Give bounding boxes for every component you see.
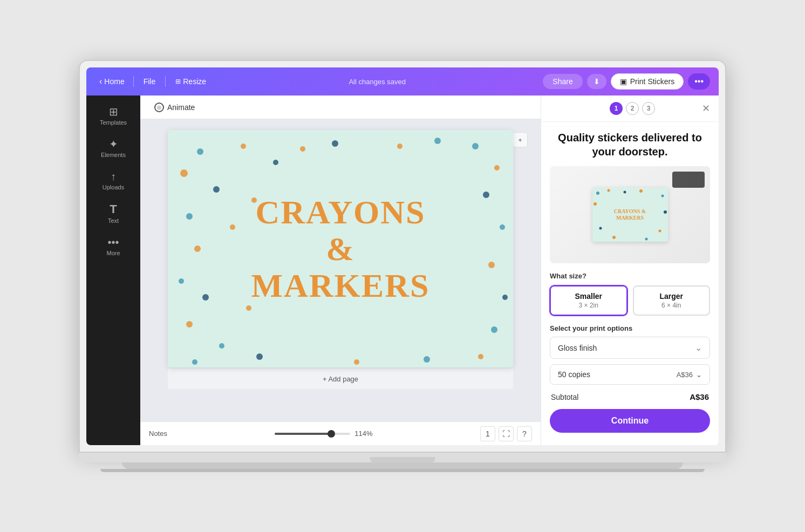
step-1: 1 xyxy=(610,102,623,115)
canvas-design-text: CRAYONS &MARKERS xyxy=(251,194,430,304)
svg-point-32 xyxy=(593,202,597,206)
more-options-button[interactable]: ••• xyxy=(688,73,710,90)
divider xyxy=(165,76,166,87)
sidebar-item-uploads[interactable]: ↑ Uploads xyxy=(86,165,140,197)
more-icon: ••• xyxy=(107,237,119,248)
svg-point-13 xyxy=(219,343,224,349)
svg-point-1 xyxy=(241,144,246,149)
svg-point-18 xyxy=(483,192,489,198)
svg-point-6 xyxy=(186,213,193,220)
svg-point-28 xyxy=(424,356,430,363)
print-icon: ▣ xyxy=(620,77,627,86)
svg-point-26 xyxy=(434,138,441,144)
uploads-icon: ↑ xyxy=(111,171,116,182)
svg-point-16 xyxy=(472,143,479,149)
svg-point-11 xyxy=(246,305,251,311)
svg-point-33 xyxy=(661,195,664,197)
file-button[interactable]: File xyxy=(138,75,161,88)
copies-dropdown[interactable]: 50 copies A$36 ⌄ xyxy=(550,364,710,385)
canvas-expand-icon[interactable]: + xyxy=(513,132,528,147)
svg-point-20 xyxy=(488,262,495,268)
share-button[interactable]: Share xyxy=(543,74,582,89)
svg-point-15 xyxy=(192,359,197,365)
svg-point-7 xyxy=(230,224,235,230)
step-2: 2 xyxy=(626,102,639,115)
canvas-container: ⊞ + CRAYONS &MARKERS + Add page xyxy=(140,119,541,421)
panel-content: Quality stickers delivered to your doors… xyxy=(541,122,719,441)
svg-point-0 xyxy=(197,148,203,155)
step-3: 3 xyxy=(642,102,655,115)
right-panel: 1 2 3 ✕ Quality stickers delivere xyxy=(541,96,719,445)
zoom-level: 114% xyxy=(354,429,372,438)
sidebar-item-elements[interactable]: ✦ Elements xyxy=(86,132,140,165)
svg-point-38 xyxy=(645,238,647,241)
top-bar: ‹ Home File ⊞ Resize All changes saved xyxy=(86,67,719,96)
print-options-label: Select your print options xyxy=(550,324,710,332)
svg-point-36 xyxy=(599,227,602,230)
svg-point-29 xyxy=(300,146,305,152)
svg-point-4 xyxy=(213,186,220,193)
save-status: All changes saved xyxy=(349,78,406,86)
size-options: Smaller 3 × 2in Larger 6 × 4in xyxy=(550,285,710,316)
svg-point-34 xyxy=(664,210,667,214)
size-section-label: What size? xyxy=(550,272,710,280)
svg-point-10 xyxy=(202,294,209,301)
fullscreen-icon[interactable]: ⛶ xyxy=(499,426,514,441)
svg-point-19 xyxy=(500,224,505,230)
preview-image: CRAYONS &MARKERS xyxy=(550,166,710,263)
continue-button[interactable]: Continue xyxy=(550,409,710,433)
canvas-toolbar: ◎ Animate xyxy=(140,96,541,119)
page-indicator[interactable]: 1 xyxy=(480,426,495,441)
step-indicators: 1 2 3 xyxy=(610,102,655,115)
svg-point-9 xyxy=(179,278,184,284)
copies-price: A$36 ⌄ xyxy=(677,371,702,379)
print-stickers-button[interactable]: ▣ Print Stickers xyxy=(611,73,684,90)
canvas-area: ◎ Animate ⊞ + CRAYONS &MARKERS xyxy=(140,96,541,445)
svg-point-30 xyxy=(596,192,599,195)
zoom-handle[interactable] xyxy=(328,430,335,438)
close-panel-button[interactable]: ✕ xyxy=(702,104,710,113)
zoom-slider[interactable] xyxy=(275,433,350,435)
preview-canvas: CRAYONS &MARKERS xyxy=(592,188,668,242)
subtotal-row: Subtotal A$36 xyxy=(550,392,710,401)
svg-point-12 xyxy=(186,321,193,328)
sidebar-item-text[interactable]: T Text xyxy=(86,197,140,230)
main-content: ⊞ Templates ✦ Elements ↑ Uploads T Text xyxy=(86,96,719,445)
right-panel-header: 1 2 3 ✕ xyxy=(541,96,719,122)
svg-point-39 xyxy=(623,191,626,194)
animate-icon: ◎ xyxy=(154,103,164,112)
finish-dropdown[interactable]: Gloss finish ⌄ xyxy=(550,337,710,359)
notes-button[interactable]: Notes xyxy=(149,429,167,438)
svg-point-37 xyxy=(612,236,616,239)
preview-text: CRAYONS &MARKERS xyxy=(614,208,646,221)
add-page-button[interactable]: + Add page xyxy=(168,369,513,389)
templates-icon: ⊞ xyxy=(109,106,118,117)
animate-button[interactable]: ◎ Animate xyxy=(149,100,200,114)
resize-button[interactable]: ⊞ Resize xyxy=(170,75,212,88)
size-larger[interactable]: Larger 6 × 4in xyxy=(633,285,711,316)
text-icon: T xyxy=(110,203,117,215)
svg-point-17 xyxy=(494,165,500,170)
sidebar-item-more[interactable]: ••• More xyxy=(86,230,140,263)
bottom-right-icons: 1 ⛶ ? xyxy=(480,426,532,441)
download-button[interactable]: ⬇ xyxy=(587,74,606,89)
back-arrow-icon: ‹ xyxy=(99,77,102,86)
svg-point-14 xyxy=(256,353,263,360)
svg-point-23 xyxy=(478,354,483,359)
bottom-bar: Notes 114% 1 ⛶ ? xyxy=(140,421,541,445)
svg-point-35 xyxy=(658,230,661,233)
elements-icon: ✦ xyxy=(109,139,118,149)
design-canvas[interactable]: CRAYONS &MARKERS xyxy=(168,130,513,367)
divider xyxy=(133,76,134,87)
svg-point-8 xyxy=(194,245,201,252)
home-button[interactable]: ‹ Home xyxy=(95,74,129,88)
size-smaller[interactable]: Smaller 3 × 2in xyxy=(550,285,627,316)
zoom-controls: 114% xyxy=(172,429,476,438)
zoom-fill xyxy=(275,433,331,435)
sidebar-item-templates[interactable]: ⊞ Templates xyxy=(86,100,140,132)
svg-point-31 xyxy=(607,189,610,192)
help-icon[interactable]: ? xyxy=(517,426,532,441)
svg-point-24 xyxy=(332,140,338,147)
sidebar: ⊞ Templates ✦ Elements ↑ Uploads T Text xyxy=(86,96,140,445)
svg-point-2 xyxy=(180,169,188,177)
